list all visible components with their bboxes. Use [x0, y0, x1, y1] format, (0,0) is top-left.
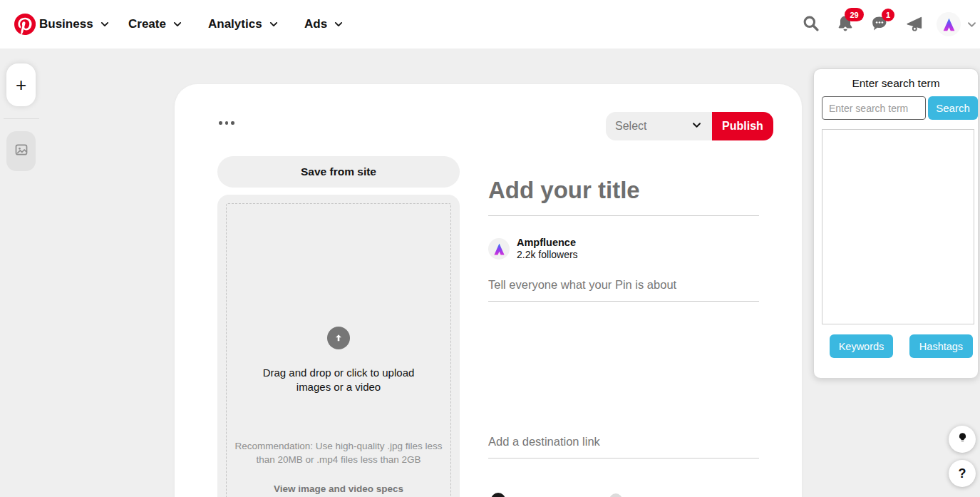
- nav-analytics-label: Analytics: [208, 17, 262, 31]
- pinterest-pin-builder-page: Business Create Analytics Ads 29 1: [0, 0, 980, 497]
- nav-ads-label: Ads: [304, 17, 327, 31]
- megaphone-icon[interactable]: [904, 14, 923, 33]
- destination-link-input[interactable]: [488, 435, 759, 458]
- nav-business-menu[interactable]: Business: [39, 0, 110, 48]
- upload-arrow-icon: [327, 327, 350, 349]
- account-followers: 2.2k followers: [517, 249, 578, 261]
- extension-search-button[interactable]: Search: [928, 96, 978, 120]
- account-row: Ampfluence 2.2k followers: [488, 237, 578, 261]
- messages-count-badge: 1: [882, 9, 894, 21]
- clipped-gray-toggle[interactable]: [609, 493, 622, 497]
- media-gallery-button[interactable]: [6, 131, 36, 171]
- search-extension-panel: Enter search term Search Keywords Hashta…: [813, 68, 979, 379]
- upload-dropzone[interactable]: Drag and drop or click to upload images …: [217, 195, 460, 497]
- image-icon: [14, 143, 29, 160]
- board-select-dropdown[interactable]: Select: [606, 112, 712, 140]
- pin-builder-card: Select Publish Save from site Drag and d…: [175, 84, 802, 497]
- pinterest-logo-icon[interactable]: [14, 14, 36, 35]
- keywords-button[interactable]: Keywords: [830, 334, 893, 358]
- board-select-value: Select: [615, 120, 646, 133]
- question-mark-icon: ?: [959, 466, 966, 481]
- lightbulb-icon: [956, 431, 969, 448]
- upload-instruction-text: Drag and drop or click to upload images …: [260, 366, 417, 394]
- view-specs-link[interactable]: View image and video specs: [217, 483, 460, 494]
- nav-business-label: Business: [39, 17, 93, 31]
- chevron-down-icon: [269, 19, 279, 29]
- ideas-lightbulb-button[interactable]: [949, 426, 976, 453]
- plus-icon: +: [16, 74, 26, 96]
- chevron-down-icon: [334, 19, 344, 29]
- upload-recommendation-text: Recommendation: Use high-quality .jpg fi…: [234, 440, 443, 466]
- more-options-icon[interactable]: [219, 121, 234, 125]
- new-pin-button[interactable]: +: [6, 63, 36, 106]
- account-avatar[interactable]: [937, 12, 961, 36]
- account-chevron-down-icon[interactable]: [966, 19, 977, 33]
- nav-analytics-menu[interactable]: Analytics: [208, 0, 279, 48]
- chevron-down-icon: [691, 120, 702, 133]
- chevron-down-icon: [100, 19, 110, 29]
- publish-button[interactable]: Publish: [712, 112, 773, 140]
- notifications-count-badge: 29: [845, 8, 864, 21]
- pin-title-input[interactable]: [488, 177, 759, 216]
- pin-description-input[interactable]: [488, 278, 759, 302]
- extension-results-list: [822, 129, 974, 324]
- clipped-dark-button[interactable]: [491, 493, 505, 497]
- chevron-down-icon: [172, 19, 182, 29]
- account-name: Ampfluence: [517, 237, 578, 249]
- help-button[interactable]: ?: [949, 460, 976, 487]
- nav-ads-menu[interactable]: Ads: [304, 0, 344, 48]
- search-icon[interactable]: [802, 14, 820, 33]
- extension-search-input[interactable]: [822, 96, 926, 120]
- rail-divider: [4, 118, 39, 119]
- hashtags-button[interactable]: Hashtags: [909, 334, 973, 358]
- extension-heading: Enter search term: [814, 77, 978, 90]
- top-nav: Business Create Analytics Ads 29 1: [0, 0, 980, 48]
- publish-row: Select Publish: [606, 112, 773, 140]
- nav-create-menu[interactable]: Create: [128, 0, 182, 48]
- ampfluence-avatar: [488, 238, 510, 260]
- nav-create-label: Create: [128, 17, 166, 31]
- save-from-site-button[interactable]: Save from site: [217, 156, 460, 188]
